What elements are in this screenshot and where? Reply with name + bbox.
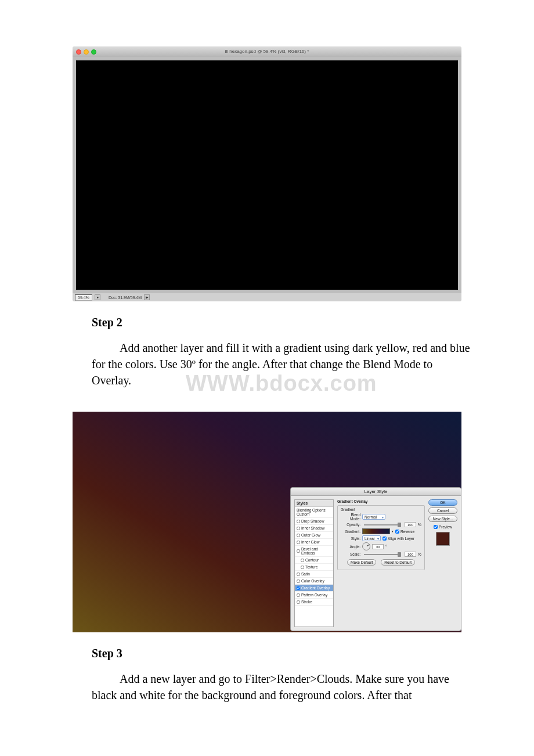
style-label: Style: [341, 537, 360, 541]
angle-input[interactable]: 30 [372, 544, 384, 549]
canvas-area[interactable] [76, 60, 458, 290]
sidebar-item-bevel[interactable]: Bevel and Emboss [295, 546, 333, 557]
sidebar-item-pattern-overlay[interactable]: Pattern Overlay [295, 592, 333, 599]
checkbox-icon[interactable] [297, 593, 300, 597]
sidebar-item-outer-glow[interactable]: Outer Glow [295, 532, 333, 539]
step2-heading: Step 2 [92, 316, 470, 329]
sidebar-header: Styles [295, 500, 333, 507]
status-menu-arrow-icon[interactable]: ▶ [144, 294, 150, 300]
checkbox-icon[interactable] [297, 541, 300, 544]
scale-label: Scale: [341, 552, 360, 556]
opacity-label: Opacity: [341, 523, 360, 527]
checkbox-icon[interactable] [297, 586, 300, 590]
gradient-swatch[interactable] [362, 528, 390, 534]
sidebar-item-color-overlay[interactable]: Color Overlay [295, 578, 333, 585]
document-title: ill hexagon.psd @ 59.4% (vld, RGB/16) * [73, 49, 461, 54]
doc-size-info: Doc: 31.9M/59.4M [109, 296, 142, 300]
window-titlebar: ill hexagon.psd @ 59.4% (vld, RGB/16) * [73, 46, 461, 57]
step3-heading: Step 3 [92, 647, 470, 660]
layer-style-dialog: Layer Style Styles Blending Options: Cus… [290, 487, 461, 631]
sidebar-item-gradient-overlay[interactable]: Gradient Overlay [295, 585, 333, 592]
blend-mode-select[interactable]: Normal [362, 514, 385, 520]
preview-label: Preview [439, 525, 452, 529]
checkbox-icon[interactable] [297, 579, 300, 583]
preview-swatch [436, 532, 450, 546]
checkbox-icon[interactable] [297, 520, 300, 523]
sidebar-item-inner-shadow[interactable]: Inner Shadow [295, 525, 333, 532]
sidebar-item-stroke[interactable]: Stroke [295, 599, 333, 606]
style-select[interactable]: Linear [362, 535, 381, 541]
styles-sidebar: Styles Blending Options: Custom Drop Sha… [294, 499, 334, 627]
subgroup-label: Gradient [341, 507, 421, 512]
make-default-button[interactable]: Make Default [347, 559, 376, 566]
step3-text: Add a new layer and go to Filter>Render>… [92, 671, 470, 703]
figure-gradient-layerstyle: Layer Style Styles Blending Options: Cus… [73, 412, 461, 632]
step2-text: Add another layer and fill it with a gra… [92, 340, 470, 388]
photoshop-window: ill hexagon.psd @ 59.4% (vld, RGB/16) * … [73, 46, 461, 301]
reverse-checkbox[interactable] [395, 530, 399, 534]
gradient-overlay-panel: Gradient Overlay Gradient Blend Mode: No… [337, 499, 425, 627]
checkbox-icon[interactable] [301, 566, 304, 569]
opacity-slider[interactable] [364, 524, 401, 525]
gradient-label: Gradient: [341, 530, 360, 534]
blending-options-row[interactable]: Blending Options: Custom [295, 507, 333, 518]
align-label: Align with Layer [388, 537, 414, 541]
reverse-label: Reverse [400, 530, 414, 534]
figure-photoshop-window: ill hexagon.psd @ 59.4% (vld, RGB/16) * … [73, 46, 461, 301]
scale-input[interactable]: 100 [405, 552, 416, 557]
sidebar-item-drop-shadow[interactable]: Drop Shadow [295, 518, 333, 525]
zoom-level[interactable]: 59.4% [75, 294, 92, 301]
sidebar-item-satin[interactable]: Satin [295, 571, 333, 578]
panel-title: Gradient Overlay [337, 499, 425, 503]
preview-checkbox[interactable] [434, 525, 438, 529]
cancel-button[interactable]: Cancel [428, 507, 457, 514]
dialog-title: Layer Style [291, 488, 461, 496]
checkbox-icon[interactable] [297, 573, 300, 576]
opacity-input[interactable]: 100 [405, 522, 416, 527]
checkbox-icon[interactable] [297, 600, 300, 604]
sidebar-item-inner-glow[interactable]: Inner Glow [295, 539, 333, 546]
reset-default-button[interactable]: Reset to Default [381, 559, 415, 566]
sidebar-item-texture[interactable]: Texture [295, 564, 333, 571]
checkbox-icon[interactable] [301, 559, 304, 562]
scale-slider[interactable] [364, 554, 401, 555]
angle-label: Angle: [341, 545, 360, 549]
ok-button[interactable]: OK [428, 499, 457, 506]
dialog-buttons: OK Cancel New Style... Preview [428, 499, 457, 627]
checkbox-icon[interactable] [297, 527, 300, 530]
align-checkbox[interactable] [383, 537, 387, 541]
checkbox-icon[interactable] [297, 534, 300, 537]
checkbox-icon[interactable] [297, 549, 300, 553]
chevron-down-icon[interactable]: ▾ [392, 530, 394, 533]
status-bar: 59.4% ▸ Doc: 31.9M/59.4M ▶ [73, 293, 461, 301]
angle-dial[interactable] [362, 542, 370, 550]
status-arrow-icon[interactable]: ▸ [95, 294, 100, 300]
sidebar-item-contour[interactable]: Contour [295, 557, 333, 564]
blend-mode-label: Blend Mode: [341, 513, 360, 521]
new-style-button[interactable]: New Style... [428, 516, 457, 522]
gradient-background: Layer Style Styles Blending Options: Cus… [73, 412, 461, 632]
